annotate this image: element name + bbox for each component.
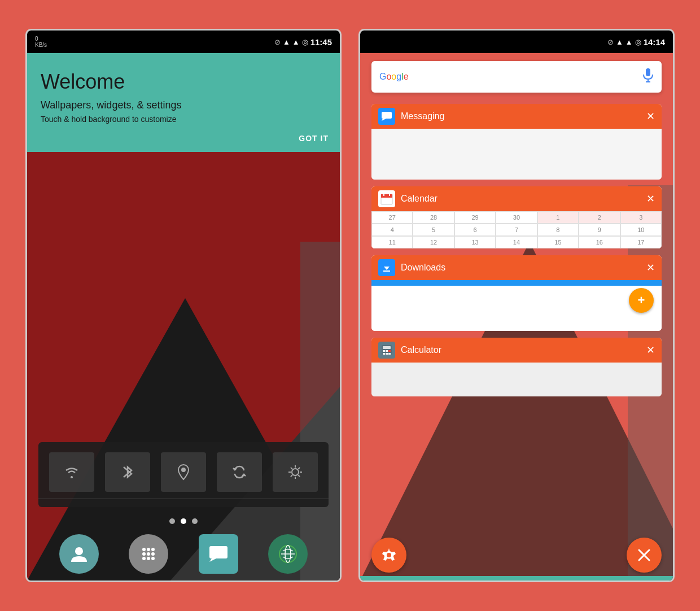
- svg-rect-36: [383, 270, 390, 272]
- fab-plus-button[interactable]: +: [629, 288, 654, 313]
- downloads-card-body: +: [371, 280, 662, 331]
- got-it-button[interactable]: GOT IT: [299, 134, 329, 143]
- dock-contacts[interactable]: [59, 534, 99, 574]
- svg-point-11: [75, 547, 83, 555]
- svg-point-2: [292, 469, 299, 475]
- dot-3: [192, 518, 198, 524]
- svg-rect-21: [209, 546, 228, 558]
- qs-divider: [38, 499, 329, 499]
- phone-left-content: Welcome Wallpapers, widgets, & settings …: [27, 53, 340, 581]
- qs-row: [38, 448, 329, 496]
- downloads-card-title: Downloads: [401, 263, 445, 273]
- svg-rect-38: [383, 346, 391, 349]
- mic-icon[interactable]: [642, 68, 654, 86]
- recent-card-messaging: Messaging ✕: [371, 104, 662, 180]
- no-sim-icon: ⊘: [274, 38, 281, 46]
- recent-apps-list: Messaging ✕: [371, 104, 662, 535]
- recent-card-downloads: Downloads ✕ +: [371, 255, 662, 331]
- downloads-card-header: Downloads ✕: [371, 255, 662, 280]
- svg-point-15: [142, 552, 146, 556]
- no-sim-icon-r: ⊘: [607, 38, 614, 46]
- status-bar-right: ⊘ ▲ ▲ ◎ 14:14: [360, 30, 673, 53]
- calendar-card-title: Calendar: [401, 194, 438, 204]
- calendar-close-button[interactable]: ✕: [646, 193, 655, 205]
- qs-sync-icon[interactable]: [217, 452, 262, 492]
- google-logo: Google: [379, 72, 409, 82]
- svg-line-7: [290, 468, 292, 469]
- welcome-hint: Touch & hold background to customize: [41, 115, 326, 124]
- calculator-card-title: Calculator: [401, 345, 441, 355]
- dot-2: [181, 518, 186, 524]
- teal-bottom-bar: [360, 576, 673, 581]
- data-icon: ◎: [302, 38, 308, 46]
- dismiss-all-button[interactable]: [627, 538, 662, 573]
- svg-point-0: [71, 476, 73, 478]
- quick-settings-panel: [38, 442, 329, 507]
- left-phone: 0 KB/s ⊘ ▲ ▲ ◎ 11:45 Welcome Wallpapers,…: [25, 29, 342, 582]
- svg-marker-29: [382, 119, 386, 121]
- svg-rect-40: [386, 350, 388, 352]
- welcome-card: Welcome Wallpapers, widgets, & settings …: [27, 53, 340, 152]
- qs-bluetooth-icon[interactable]: [105, 452, 150, 492]
- google-search-bar[interactable]: Google: [371, 61, 662, 93]
- dock-app-drawer[interactable]: [129, 534, 168, 574]
- messaging-app-icon: [378, 108, 395, 125]
- dot-1: [169, 518, 175, 524]
- status-time-left: 11:45: [310, 37, 332, 47]
- svg-point-19: [147, 557, 150, 560]
- messaging-close-button[interactable]: ✕: [646, 110, 655, 123]
- recent-card-calendar: Calendar ✕ 27 28 29 30 1 2 3: [371, 186, 662, 248]
- calculator-card-body: [371, 363, 662, 396]
- downloads-close-button[interactable]: ✕: [646, 261, 655, 274]
- dock-messaging[interactable]: [199, 534, 238, 574]
- calendar-card-header: Calendar ✕: [371, 186, 662, 211]
- signal-icon-r: ▲: [616, 38, 623, 46]
- svg-rect-43: [386, 353, 388, 355]
- data-icon-r: ◎: [635, 38, 641, 46]
- svg-line-8: [298, 475, 300, 477]
- messaging-card-body: [371, 129, 662, 180]
- network-speed: 0 KB/s: [35, 36, 47, 48]
- messaging-card-title: Messaging: [401, 111, 444, 121]
- recent-card-calculator: Calculator ✕: [371, 338, 662, 396]
- qs-location-icon[interactable]: [161, 452, 206, 492]
- calculator-close-button[interactable]: ✕: [646, 344, 655, 356]
- downloads-app-icon: [378, 259, 395, 276]
- svg-rect-42: [383, 353, 385, 355]
- dock-browser[interactable]: [268, 534, 308, 574]
- status-time-right: 14:14: [644, 37, 665, 47]
- right-phone: ⊘ ▲ ▲ ◎ 14:14 Google: [358, 29, 675, 582]
- svg-point-14: [151, 548, 155, 551]
- status-bar-left: 0 KB/s ⊘ ▲ ▲ ◎ 11:45: [27, 30, 340, 53]
- phone-right-content: Google: [360, 53, 673, 581]
- calendar-app-icon: [378, 190, 395, 207]
- signal-icon2-r: ▲: [625, 38, 633, 46]
- signal-icon2: ▲: [292, 38, 300, 46]
- svg-marker-22: [209, 558, 216, 562]
- calendar-grid: 27 28 29 30 1 2 3 4 5 6 7 8 9: [371, 211, 662, 248]
- svg-line-9: [298, 468, 300, 469]
- svg-point-16: [147, 552, 150, 556]
- svg-rect-28: [382, 112, 392, 119]
- recents-bottom-buttons: [371, 538, 662, 573]
- dock: [27, 527, 340, 581]
- qs-brightness-icon[interactable]: [273, 452, 318, 492]
- messaging-card-header: Messaging ✕: [371, 104, 662, 129]
- svg-point-18: [142, 557, 146, 560]
- calendar-card-body: 27 28 29 30 1 2 3 4 5 6 7 8 9: [371, 211, 662, 248]
- left-background: [27, 152, 340, 581]
- svg-point-12: [142, 548, 146, 551]
- recents-background: Google: [360, 53, 673, 581]
- welcome-title: Welcome: [41, 70, 326, 94]
- svg-point-17: [151, 552, 155, 556]
- settings-button[interactable]: [371, 538, 406, 573]
- calculator-app-icon: [378, 342, 395, 359]
- welcome-subtitle: Wallpapers, widgets, & settings: [41, 99, 326, 111]
- signal-icon: ▲: [283, 38, 290, 46]
- downloads-progress-bar: [371, 280, 662, 286]
- svg-rect-44: [388, 353, 391, 355]
- svg-point-46: [387, 553, 391, 557]
- svg-rect-25: [646, 68, 650, 76]
- qs-wifi-icon[interactable]: [49, 452, 94, 492]
- status-icons-left: ⊘ ▲ ▲ ◎ 11:45: [274, 37, 332, 47]
